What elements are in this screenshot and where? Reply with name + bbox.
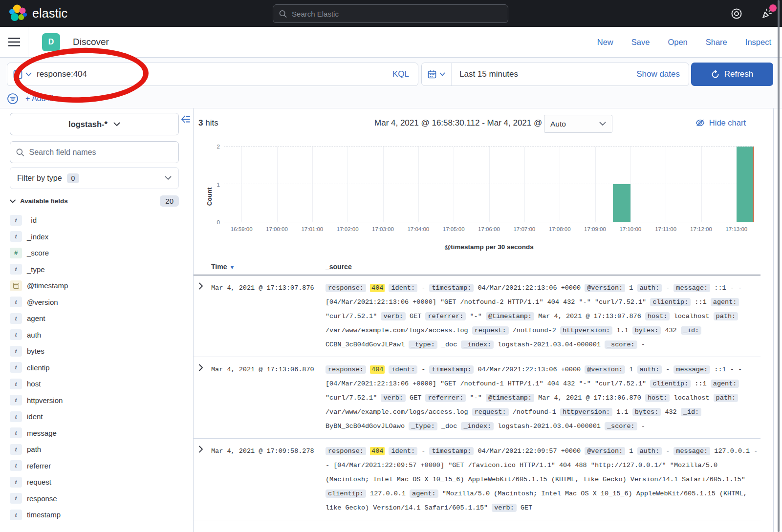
show-dates-button[interactable]: Show dates (636, 69, 689, 79)
field-search[interactable] (10, 141, 179, 163)
x-tick-label: 17:08:00 (549, 226, 571, 232)
refresh-label: Refresh (724, 69, 754, 79)
row-source: response: 404 ident: - timestamp: 04/Mar… (326, 362, 760, 433)
elastic-logo[interactable]: elastic (8, 4, 67, 23)
query-box: KQL (7, 63, 418, 86)
field-item-path[interactable]: tpath (10, 441, 186, 458)
chart-plot[interactable] (224, 147, 754, 222)
nav-action-save[interactable]: Save (631, 38, 650, 47)
hits-number: 3 (198, 118, 203, 128)
table-header: Time▼ _source (194, 259, 760, 276)
chevron-down-icon (165, 176, 172, 180)
global-search[interactable] (273, 4, 508, 23)
hide-chart-button[interactable]: Hide chart (695, 118, 746, 128)
time-column-header[interactable]: Time▼ (207, 263, 326, 271)
help-icon[interactable] (730, 7, 743, 20)
filter-icon[interactable] (7, 93, 19, 105)
collapse-sidebar-icon[interactable] (181, 115, 191, 123)
chevron-down-icon (439, 72, 445, 76)
eye-slash-icon (695, 119, 705, 127)
filter-count-badge: 0 (67, 173, 80, 183)
field-item-referrer[interactable]: treferrer (10, 458, 186, 474)
field-item-message[interactable]: tmessage (10, 425, 186, 442)
field-item-_index[interactable]: t_index (10, 229, 186, 245)
source-field-badge: response: (326, 365, 366, 374)
interval-select[interactable]: Auto (544, 115, 612, 133)
source-field-badge: message: (673, 284, 710, 292)
x-tick-label: 17:01:00 (301, 226, 323, 232)
nav-action-inspect[interactable]: Inspect (745, 38, 771, 47)
discover-app-badge[interactable]: D (42, 33, 60, 51)
source-field-badge: @version: (585, 284, 625, 292)
date-picker-menu-button[interactable] (422, 63, 452, 85)
chevron-down-icon (599, 122, 606, 126)
row-source: response: 404 ident: - timestamp: 04/Mar… (326, 281, 760, 352)
histogram-bar[interactable] (613, 184, 630, 222)
gridline-vertical (524, 147, 525, 222)
x-tick-label: 17:06:00 (478, 226, 500, 232)
field-name: _id (27, 216, 37, 224)
field-item-agent[interactable]: tagent (10, 310, 186, 327)
nav-action-new[interactable]: New (597, 38, 613, 47)
x-tick-label: 17:09:00 (584, 226, 606, 232)
field-item-auth[interactable]: tauth (10, 327, 186, 343)
field-item-timestamp[interactable]: ttimestamp (10, 507, 186, 523)
field-item-httpversion[interactable]: thttpversion (10, 392, 186, 409)
saved-query-menu-button[interactable] (7, 70, 37, 79)
source-field-badge: _type: (409, 340, 437, 349)
field-name: clientip (27, 363, 50, 372)
filter-by-type-select[interactable]: Filter by type 0 (10, 167, 179, 189)
filter-by-type-label: Filter by type (17, 174, 62, 183)
nav-action-open[interactable]: Open (668, 38, 687, 47)
text-type-icon: t (10, 231, 22, 242)
field-item-_score[interactable]: #_score (10, 245, 186, 261)
text-type-icon: t (10, 313, 22, 324)
query-input[interactable] (37, 69, 384, 79)
field-name: @version (27, 298, 58, 306)
expand-row-icon[interactable] (194, 281, 207, 352)
gridline-vertical (701, 147, 702, 222)
date-picker: Last 15 minutes Show dates (421, 63, 689, 86)
newsfeed-icon[interactable] (760, 7, 773, 20)
expand-row-icon[interactable] (194, 362, 207, 433)
text-type-icon: t (10, 477, 22, 488)
source-field-badge: agent: (410, 489, 438, 498)
refresh-button[interactable]: Refresh (691, 63, 773, 86)
field-item-@timestamp[interactable]: @timestamp (10, 277, 186, 294)
add-filter-button[interactable]: + Add filter (25, 94, 63, 103)
source-field-badge: httpversion: (560, 408, 612, 416)
field-name: response (27, 494, 57, 503)
field-item-host[interactable]: thost (10, 376, 186, 392)
gridline-vertical (489, 147, 490, 222)
index-pattern-select[interactable]: logstash-* (10, 113, 179, 135)
gridline-vertical (454, 147, 454, 222)
text-type-icon: t (10, 215, 22, 226)
vertical-scrollbar[interactable] (778, 0, 780, 532)
chevron-down-icon (25, 72, 32, 77)
field-item-response[interactable]: tresponse (10, 490, 186, 507)
field-item-bytes[interactable]: tbytes (10, 343, 186, 360)
menu-icon[interactable] (0, 27, 28, 57)
sort-descending-icon[interactable]: ▼ (229, 264, 235, 270)
source-field-badge: _id: (681, 326, 701, 335)
field-item-_id[interactable]: t_id (10, 212, 186, 229)
source-field-badge: clientip: (650, 380, 691, 388)
field-item-request[interactable]: trequest (10, 474, 186, 490)
histogram-bar[interactable] (737, 147, 754, 222)
documents-table: Time▼ _source Mar 4, 2021 @ 17:13:07.876… (194, 259, 760, 520)
available-fields-toggle[interactable]: Available fields 20 (10, 195, 179, 207)
field-item-ident[interactable]: tident (10, 408, 186, 425)
field-name: @timestamp (27, 281, 68, 290)
field-item-@version[interactable]: t@version (10, 294, 186, 311)
field-item-_type[interactable]: t_type (10, 261, 186, 278)
query-language-button[interactable]: KQL (384, 69, 418, 79)
source-field-badge: clientip: (650, 298, 691, 306)
source-field-badge: bytes: (632, 408, 661, 416)
global-search-input[interactable] (292, 10, 502, 18)
time-range-value[interactable]: Last 15 minutes (452, 69, 518, 79)
field-search-input[interactable] (29, 148, 173, 157)
nav-action-share[interactable]: Share (706, 38, 727, 47)
gridline-vertical (277, 147, 278, 222)
field-item-clientip[interactable]: tclientip (10, 360, 186, 376)
expand-row-icon[interactable] (194, 444, 207, 515)
